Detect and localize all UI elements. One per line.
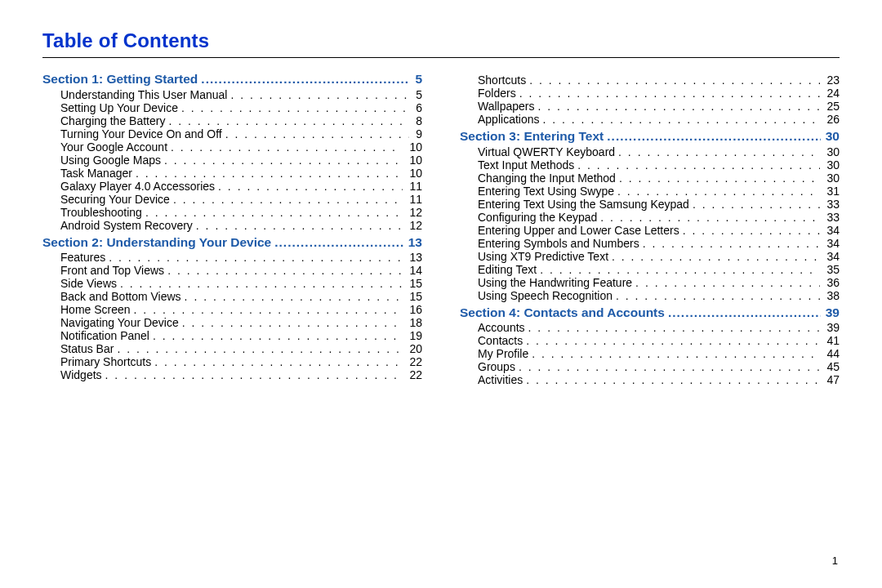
dot-leader: [230, 89, 409, 100]
toc-entry[interactable]: Troubleshooting12: [60, 207, 422, 218]
toc-entry-page: 13: [404, 252, 422, 263]
toc-section-label: Section 1: Getting Started: [42, 73, 198, 86]
toc-entry[interactable]: Widgets22: [60, 369, 422, 381]
toc-entry[interactable]: Editing Text35: [478, 264, 840, 275]
toc-entry-page: 22: [404, 356, 422, 368]
toc-section-label: Section 2: Understanding Your Device: [42, 236, 271, 249]
dot-leader: [173, 194, 403, 205]
toc-entry-label: Status Bar: [60, 343, 114, 354]
dot-leader: [617, 185, 820, 197]
toc-section[interactable]: Section 1: Getting Started5: [42, 73, 422, 86]
toc-entry-label: Wallpapers: [478, 100, 535, 112]
toc-entry-page: 12: [404, 207, 422, 218]
toc-entry[interactable]: Features13: [60, 252, 422, 263]
toc-entry-label: Setting Up Your Device: [60, 102, 178, 114]
dot-leader: [109, 252, 403, 263]
toc-entry[interactable]: Text Input Methods30: [478, 159, 840, 171]
toc-section[interactable]: Section 3: Entering Text30: [460, 130, 840, 143]
toc-entry[interactable]: Securing Your Device11: [60, 194, 422, 205]
toc-entry[interactable]: Turning Your Device On and Off9: [60, 128, 422, 140]
toc-entry[interactable]: Shortcuts23: [478, 74, 840, 86]
toc-entry[interactable]: Android System Recovery12: [60, 220, 422, 231]
toc-entry[interactable]: Entering Text Using Swype31: [478, 185, 840, 197]
toc-entry-label: Editing Text: [478, 264, 537, 275]
toc-entry-page: 33: [822, 212, 840, 223]
toc-entry[interactable]: Home Screen16: [60, 304, 422, 315]
toc-entry-page: 15: [404, 291, 422, 302]
dot-leader: [607, 130, 820, 143]
toc-column-right: Shortcuts23Folders24Wallpapers25Applicat…: [460, 73, 840, 387]
toc-entry-label: Shortcuts: [478, 74, 526, 86]
toc-entry[interactable]: Using XT9 Predictive Text34: [478, 251, 840, 262]
toc-entry[interactable]: Using Google Maps10: [60, 154, 422, 166]
toc-column-left: Section 1: Getting Started5Understanding…: [42, 73, 422, 387]
toc-entry-page: 34: [822, 251, 840, 262]
dot-leader: [619, 172, 821, 184]
toc-entry-page: 18: [404, 317, 422, 328]
toc-entry-label: Navigating Your Device: [60, 317, 179, 328]
toc-entry[interactable]: Understanding This User Manual5: [60, 89, 422, 100]
toc-entry[interactable]: Contacts41: [478, 335, 840, 346]
toc-entry-label: Entering Upper and Lower Case Letters: [478, 225, 679, 236]
dot-leader: [693, 198, 821, 210]
toc-entry[interactable]: Entering Text Using the Samsung Keypad33: [478, 198, 840, 210]
dot-leader: [181, 102, 409, 114]
toc-entry[interactable]: Virtual QWERTY Keyboard30: [478, 146, 840, 158]
toc-entry[interactable]: Folders24: [478, 87, 840, 99]
toc-entry[interactable]: Applications26: [478, 114, 840, 125]
toc-entry[interactable]: Back and Bottom Views15: [60, 291, 422, 302]
toc-entry-label: Android System Recovery: [60, 220, 193, 231]
dot-leader: [171, 141, 403, 153]
toc-entry[interactable]: Configuring the Keypad33: [478, 212, 840, 223]
toc-columns: Section 1: Getting Started5Understanding…: [42, 73, 840, 387]
toc-entry[interactable]: Galaxy Player 4.0 Accessories11: [60, 180, 422, 192]
toc-entry-page: 34: [822, 238, 840, 249]
toc-entry[interactable]: Notification Panel19: [60, 330, 422, 341]
toc-entry[interactable]: Activities47: [478, 374, 840, 385]
toc-entry[interactable]: Groups45: [478, 361, 840, 372]
toc-entry[interactable]: Entering Upper and Lower Case Letters34: [478, 225, 840, 236]
dot-leader: [185, 291, 403, 302]
toc-entry[interactable]: Wallpapers25: [478, 100, 840, 112]
toc-entry[interactable]: Charging the Battery8: [60, 115, 422, 127]
toc-entry-label: Features: [60, 252, 105, 263]
toc-entry[interactable]: Using the Handwriting Feature36: [478, 277, 840, 288]
toc-entry[interactable]: Your Google Account10: [60, 141, 422, 153]
toc-entry[interactable]: Setting Up Your Device6: [60, 102, 422, 114]
toc-entry-page: 15: [404, 278, 422, 289]
toc-entry[interactable]: Accounts39: [478, 322, 840, 333]
toc-section[interactable]: Section 4: Contacts and Accounts39: [460, 306, 840, 319]
dot-leader: [117, 343, 403, 354]
toc-entry-page: 30: [822, 146, 840, 158]
toc-entry-label: Changing the Input Method: [478, 172, 616, 184]
dot-leader: [196, 220, 403, 231]
dot-leader: [201, 73, 410, 86]
dot-leader: [526, 335, 820, 346]
toc-section[interactable]: Section 2: Understanding Your Device13: [42, 236, 422, 249]
dot-leader: [532, 348, 820, 359]
toc-entry-page: 20: [404, 343, 422, 354]
toc-entry[interactable]: Navigating Your Device18: [60, 317, 422, 328]
toc-entry-label: Using Google Maps: [60, 154, 161, 166]
toc-entry-label: Primary Shortcuts: [60, 356, 151, 368]
toc-entry[interactable]: My Profile44: [478, 348, 840, 359]
toc-section-page: 5: [412, 73, 422, 86]
toc-entry-page: 47: [822, 374, 840, 385]
toc-entry[interactable]: Changing the Input Method30: [478, 172, 840, 184]
toc-entry[interactable]: Side Views15: [60, 278, 422, 289]
toc-entry-label: Galaxy Player 4.0 Accessories: [60, 180, 215, 192]
toc-entry[interactable]: Using Speech Recognition38: [478, 290, 840, 301]
toc-entry-label: Groups: [478, 361, 515, 372]
toc-entry-page: 19: [404, 330, 422, 341]
dot-leader: [600, 212, 820, 223]
toc-entry-page: 45: [822, 361, 840, 372]
toc-entry[interactable]: Entering Symbols and Numbers34: [478, 238, 840, 249]
toc-section-label: Section 4: Contacts and Accounts: [460, 306, 665, 319]
toc-entry-page: 10: [404, 167, 422, 179]
toc-entry[interactable]: Status Bar20: [60, 343, 422, 354]
toc-entry[interactable]: Front and Top Views14: [60, 265, 422, 276]
toc-entry-label: Notification Panel: [60, 330, 149, 341]
toc-entry[interactable]: Task Manager10: [60, 167, 422, 179]
toc-entry[interactable]: Primary Shortcuts22: [60, 356, 422, 368]
toc-entry-label: Using Speech Recognition: [478, 290, 612, 301]
